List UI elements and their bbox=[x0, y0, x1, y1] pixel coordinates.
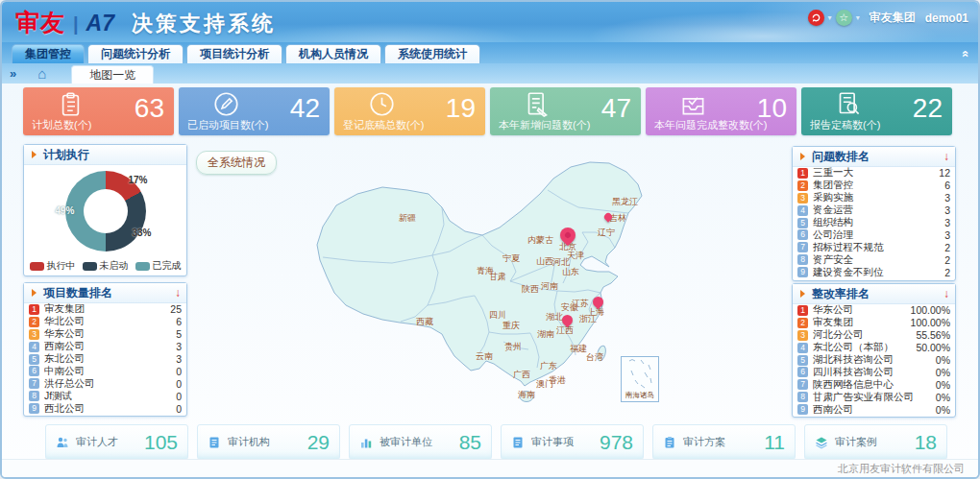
province-label[interactable]: 台湾 bbox=[586, 351, 603, 364]
collapse-up-icon[interactable]: « bbox=[955, 50, 972, 59]
stat-card-draft-total[interactable]: 19 登记底稿总数(个) bbox=[334, 87, 485, 135]
rank-name: 华北公司 bbox=[44, 315, 172, 328]
panel-header: 项目数量排名 ↓ bbox=[24, 283, 186, 303]
rank-value: 100.00% bbox=[911, 317, 950, 328]
rank-row[interactable]: 9西北公司0 bbox=[24, 402, 186, 415]
page-tab-map-overview[interactable]: 地图一览 bbox=[71, 65, 154, 84]
tab-org-personnel[interactable]: 机构人员情况 bbox=[285, 44, 381, 63]
rank-row[interactable]: 1审友集团25 bbox=[24, 303, 186, 316]
province-label[interactable]: 黑龙江 bbox=[612, 196, 638, 208]
rank-value: 0% bbox=[936, 404, 950, 416]
rank-row[interactable]: 9建设资金不到位2 bbox=[793, 266, 955, 278]
rank-row[interactable]: 5东北公司3 bbox=[24, 353, 186, 366]
stat-value: 42 bbox=[290, 93, 320, 124]
rank-value: 0 bbox=[176, 366, 182, 377]
clipboard-icon bbox=[663, 436, 676, 449]
stat-card-started-projects[interactable]: 42 已启动项目数(个) bbox=[179, 87, 330, 135]
rank-row[interactable]: 5湖北科技咨询公司0% bbox=[793, 354, 955, 367]
province-label[interactable]: 宁夏 bbox=[502, 252, 520, 265]
rank-row[interactable]: 9西南公司0% bbox=[793, 403, 955, 416]
stat-card-new-issues[interactable]: 47 本年新增问题数(个) bbox=[490, 87, 641, 135]
stat-card-rectified-issues[interactable]: 10 本年问题完成整改数(个) bbox=[646, 87, 796, 135]
rank-row[interactable]: 3华东公司5 bbox=[24, 328, 186, 341]
tab-group-control[interactable]: 集团管控 bbox=[12, 44, 85, 63]
rank-row[interactable]: 6四川科技咨询公司0% bbox=[793, 366, 955, 378]
bottom-card-audit-talent[interactable]: 审计人才 105 bbox=[45, 424, 188, 460]
legend-item[interactable]: 已完成 bbox=[135, 259, 182, 273]
legend-item[interactable]: 未启动 bbox=[83, 259, 129, 273]
rank-row[interactable]: 8资产安全2 bbox=[793, 253, 955, 266]
bottom-card-audit-org[interactable]: 审计机构 29 bbox=[197, 424, 340, 460]
rank-badge: 1 bbox=[797, 168, 808, 179]
province-label[interactable]: 贵州 bbox=[504, 341, 522, 353]
province-label[interactable]: 新疆 bbox=[399, 212, 416, 225]
rank-row[interactable]: 4西南公司3 bbox=[24, 341, 186, 353]
province-label[interactable]: 山西 bbox=[536, 255, 553, 268]
province-label[interactable]: 山东 bbox=[562, 266, 579, 278]
rank-name: 采购实施 bbox=[813, 191, 941, 204]
rank-badge: 5 bbox=[797, 218, 808, 228]
rank-row[interactable]: 8Jf测试0 bbox=[24, 390, 186, 402]
province-label[interactable]: 江西 bbox=[556, 324, 574, 337]
favorite-star-icon[interactable]: ☆ bbox=[836, 10, 852, 26]
rank-row[interactable]: 6中南公司0 bbox=[24, 365, 186, 377]
province-label[interactable]: 重庆 bbox=[502, 320, 520, 332]
rank-row[interactable]: 7招标过程不规范2 bbox=[793, 241, 955, 253]
rank-badge: 2 bbox=[797, 180, 808, 191]
rank-row[interactable]: 2华北公司6 bbox=[24, 316, 186, 328]
rank-row[interactable]: 7洪仔总公司0 bbox=[24, 377, 186, 390]
rank-row[interactable]: 1华东公司100.00% bbox=[793, 304, 955, 317]
rank-row[interactable]: 8甘肃广告实业有限公司0% bbox=[793, 391, 955, 403]
province-label[interactable]: 西藏 bbox=[416, 316, 433, 328]
stat-card-final-reports[interactable]: 22 报告定稿数(个) bbox=[801, 87, 952, 135]
home-icon[interactable]: ⌂ bbox=[37, 66, 46, 81]
legend-item[interactable]: 执行中 bbox=[30, 259, 76, 273]
province-label[interactable]: 甘肃 bbox=[489, 271, 506, 283]
tab-system-usage[interactable]: 系统使用统计 bbox=[384, 44, 480, 63]
stat-value: 22 bbox=[913, 93, 943, 124]
app-window: 审友 | A7 决策支持系统 ▾ ☆ ▾ 审友集团 demo01 集团管控 问题… bbox=[0, 0, 980, 479]
main-tabs: 集团管控 问题统计分析 项目统计分析 机构人员情况 系统使用统计 « bbox=[2, 42, 978, 63]
bottom-card-audit-cases[interactable]: 审计案例 18 bbox=[804, 424, 947, 460]
sort-desc-icon[interactable]: ↓ bbox=[943, 150, 949, 163]
sort-desc-icon[interactable]: ↓ bbox=[943, 287, 949, 300]
rank-row[interactable]: 3采购实施3 bbox=[793, 192, 955, 204]
bottom-card-audited-units[interactable]: 被审计单位 85 bbox=[349, 424, 492, 460]
user-org-label[interactable]: 审友集团 bbox=[870, 10, 916, 26]
rank-row[interactable]: 2审友集团100.00% bbox=[793, 317, 955, 329]
stat-card-plan-total[interactable]: 63 计划总数(个) bbox=[23, 87, 174, 135]
legend-swatch-navy bbox=[83, 262, 97, 271]
province-label[interactable]: 辽宁 bbox=[598, 227, 615, 239]
bottom-card-audit-matters[interactable]: 审计事项 978 bbox=[501, 424, 644, 460]
province-label[interactable]: 澳门 bbox=[536, 378, 553, 391]
province-label[interactable]: 湖南 bbox=[537, 328, 554, 341]
rank-row[interactable]: 1三重一大12 bbox=[793, 167, 955, 180]
province-label[interactable]: 河南 bbox=[541, 280, 558, 293]
province-label[interactable]: 广东 bbox=[540, 360, 557, 372]
rank-row[interactable]: 3河北分公司55.56% bbox=[793, 329, 955, 342]
caret-down-icon[interactable]: ▾ bbox=[828, 13, 832, 22]
user-name-label[interactable]: demo01 bbox=[925, 12, 968, 25]
rank-row[interactable]: 4东北公司（本部）50.00% bbox=[793, 342, 955, 354]
caret-down-icon[interactable]: ▾ bbox=[856, 13, 860, 22]
bottom-card-audit-plans[interactable]: 审计方案 11 bbox=[652, 424, 796, 460]
province-label[interactable]: 云南 bbox=[476, 350, 493, 363]
whole-system-button[interactable]: 全系统情况 bbox=[196, 151, 277, 175]
province-label[interactable]: 海南 bbox=[518, 389, 535, 401]
rank-row[interactable]: 2集团管控6 bbox=[793, 180, 955, 192]
rank-row[interactable]: 4资金运营3 bbox=[793, 204, 955, 217]
province-label[interactable]: 浙江 bbox=[579, 313, 597, 325]
tab-project-stats[interactable]: 项目统计分析 bbox=[186, 44, 282, 63]
rank-row[interactable]: 5组织结构3 bbox=[793, 217, 955, 229]
rank-row[interactable]: 7陕西网络信息中心0% bbox=[793, 378, 955, 391]
rank-row[interactable]: 6公司治理3 bbox=[793, 228, 955, 241]
tab-issue-stats[interactable]: 问题统计分析 bbox=[87, 44, 184, 63]
province-label[interactable]: 陕西 bbox=[522, 283, 539, 296]
sort-desc-icon[interactable]: ↓ bbox=[175, 286, 181, 299]
refresh-icon[interactable] bbox=[808, 10, 824, 26]
sidebar-toggle-icon[interactable]: » bbox=[10, 66, 16, 81]
province-label[interactable]: 福建 bbox=[570, 343, 587, 355]
rank-name: 资金运营 bbox=[813, 204, 941, 217]
province-label[interactable]: 广西 bbox=[513, 369, 530, 381]
province-label[interactable]: 内蒙古 bbox=[527, 234, 553, 247]
